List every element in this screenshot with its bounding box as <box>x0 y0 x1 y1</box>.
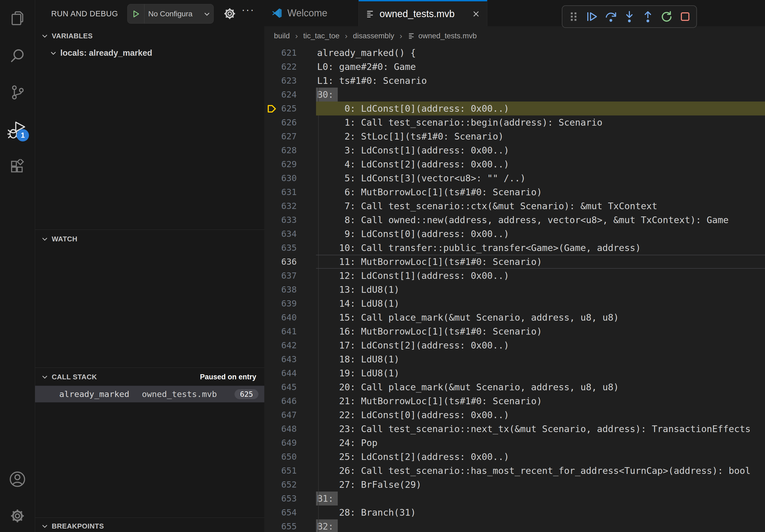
code-line[interactable]: 645 20: Call place_mark(&mut Scenario, a… <box>264 380 765 394</box>
line-number[interactable]: 638 <box>264 283 316 297</box>
code-line[interactable]: 653B1: <box>264 492 765 505</box>
line-number[interactable]: 645 <box>264 380 316 394</box>
line-number[interactable]: 642 <box>264 338 316 352</box>
line-number[interactable]: 635 <box>264 241 316 255</box>
code-line[interactable]: 652 27: BrFalse(29) <box>264 478 765 492</box>
stop-button[interactable] <box>678 10 692 24</box>
code-line[interactable]: 621already_marked() { <box>264 46 765 60</box>
code-line[interactable]: 624B0: <box>264 88 765 102</box>
step-into-button[interactable] <box>622 10 636 24</box>
line-number[interactable]: 651 <box>264 464 316 478</box>
code-line[interactable]: 629 4: LdConst[2](address: 0x00..) <box>264 157 765 171</box>
code-line[interactable]: 642 17: LdConst[2](address: 0x00..) <box>264 338 765 352</box>
code-line[interactable]: 632 7: Call test_scenario::ctx(&mut Scen… <box>264 199 765 213</box>
code-line[interactable]: 639 14: LdU8(1) <box>264 297 765 311</box>
code-line[interactable]: 650 25: LdConst[2](address: 0x00..) <box>264 450 765 464</box>
continue-button[interactable] <box>585 10 599 24</box>
code-line[interactable]: 628 3: LdConst[1](address: 0x00..) <box>264 143 765 157</box>
line-number[interactable]: 622 <box>264 60 316 74</box>
code-line[interactable]: 638 13: LdU8(1) <box>264 283 765 297</box>
launch-config-dropdown[interactable]: No Configura <box>127 4 214 24</box>
code-area[interactable]: 621already_marked() {622L0: game#2#0: Ga… <box>264 46 765 532</box>
code-line[interactable]: 630 5: LdConst[3](vector<u8>: "" /..) <box>264 171 765 185</box>
line-number[interactable]: 640 <box>264 311 316 324</box>
line-number[interactable]: 631 <box>264 185 316 199</box>
code-line[interactable]: 649 24: Pop <box>264 436 765 450</box>
code-line[interactable]: 655B2: <box>264 519 765 532</box>
tab-welcome[interactable]: Welcome <box>264 0 359 26</box>
line-number[interactable]: 634 <box>264 227 316 241</box>
code-line[interactable]: 623L1: ts#1#0: Scenario <box>264 74 765 88</box>
line-number[interactable]: 652 <box>264 478 316 492</box>
account-icon[interactable] <box>0 463 35 495</box>
drag-handle-icon[interactable] <box>567 10 580 24</box>
line-number[interactable]: 648 <box>264 422 316 436</box>
breadcrumb-item[interactable]: build <box>274 32 290 40</box>
code-line[interactable]: 636 11: MutBorrowLoc[1](ts#1#0: Scenario… <box>264 255 765 269</box>
line-number[interactable]: 630 <box>264 171 316 185</box>
line-number[interactable]: 621 <box>264 46 316 60</box>
step-over-button[interactable] <box>604 10 618 24</box>
line-number[interactable]: 653 <box>264 492 316 505</box>
breadcrumb-item[interactable]: tic_tac_toe <box>303 32 339 40</box>
line-number[interactable]: 632 <box>264 199 316 213</box>
line-number[interactable]: 629 <box>264 157 316 171</box>
line-number[interactable]: 626 <box>264 116 316 130</box>
code-line[interactable]: 625 0: LdConst[0](address: 0x00..) <box>264 102 765 116</box>
debug-settings-gear-icon[interactable] <box>223 7 237 22</box>
code-line[interactable]: 640 15: Call place_mark(&mut Scenario, a… <box>264 311 765 324</box>
line-number[interactable]: 627 <box>264 130 316 143</box>
code-line[interactable]: 654 28: Branch(31) <box>264 505 765 519</box>
line-number[interactable]: 633 <box>264 213 316 227</box>
extensions-icon[interactable] <box>0 151 35 183</box>
line-number[interactable]: 654 <box>264 505 316 519</box>
variables-scope-row[interactable]: locals: already_marked <box>35 46 264 61</box>
line-number[interactable]: 624 <box>264 88 316 102</box>
breadcrumb-item[interactable]: owned_tests.mvb <box>408 32 477 40</box>
code-line[interactable]: 626 1: Call test_scenario::begin(address… <box>264 116 765 130</box>
line-number[interactable]: 655 <box>264 519 316 532</box>
explorer-icon[interactable] <box>0 2 35 34</box>
start-debug-icon[interactable] <box>128 4 145 23</box>
line-number[interactable]: 641 <box>264 324 316 338</box>
code-line[interactable]: 651 26: Call test_scenario::has_most_rec… <box>264 464 765 478</box>
line-number[interactable]: 644 <box>264 366 316 380</box>
line-number[interactable]: 636 <box>264 255 316 269</box>
variables-section-header[interactable]: VARIABLES <box>35 28 264 43</box>
breakpoints-section-header[interactable]: BREAKPOINTS <box>35 519 264 532</box>
source-control-icon[interactable] <box>0 76 35 109</box>
line-number[interactable]: 625 <box>264 102 316 116</box>
code-line[interactable]: 648 23: Call test_scenario::next_tx(&mut… <box>264 422 765 436</box>
line-number[interactable]: 647 <box>264 408 316 422</box>
step-out-button[interactable] <box>641 10 655 24</box>
code-line[interactable]: 637 12: LdConst[1](address: 0x00..) <box>264 269 765 283</box>
line-number[interactable]: 643 <box>264 352 316 366</box>
settings-gear-icon[interactable] <box>0 500 35 532</box>
line-number[interactable]: 650 <box>264 450 316 464</box>
line-number[interactable]: 628 <box>264 143 316 157</box>
code-line[interactable]: 643 18: LdU8(1) <box>264 352 765 366</box>
search-icon[interactable] <box>0 40 35 72</box>
code-line[interactable]: 646 21: MutBorrowLoc[1](ts#1#0: Scenario… <box>264 394 765 408</box>
call-stack-frame-row[interactable]: already_marked owned_tests.mvb 625 <box>35 386 264 402</box>
code-line[interactable]: 641 16: MutBorrowLoc[1](ts#1#0: Scenario… <box>264 324 765 338</box>
line-number[interactable]: 649 <box>264 436 316 450</box>
tab-owned-tests[interactable]: owned_tests.mvb <box>359 0 487 26</box>
code-line[interactable]: 644 19: LdU8(1) <box>264 366 765 380</box>
restart-button[interactable] <box>660 10 673 24</box>
line-number[interactable]: 639 <box>264 297 316 311</box>
code-line[interactable]: 633 8: Call owned::new(address, address,… <box>264 213 765 227</box>
close-icon[interactable] <box>472 10 480 18</box>
line-number[interactable]: 646 <box>264 394 316 408</box>
code-line[interactable]: 634 9: LdConst[0](address: 0x00..) <box>264 227 765 241</box>
call-stack-section-header[interactable]: CALL STACK Paused on entry <box>35 370 264 385</box>
code-line[interactable]: 631 6: MutBorrowLoc[1](ts#1#0: Scenario) <box>264 185 765 199</box>
code-line[interactable]: 647 22: LdConst[0](address: 0x00..) <box>264 408 765 422</box>
code-line[interactable]: 635 10: Call transfer::public_transfer<G… <box>264 241 765 255</box>
code-line[interactable]: 622L0: game#2#0: Game <box>264 60 765 74</box>
more-actions-icon[interactable]: ··· <box>242 4 255 16</box>
watch-section-header[interactable]: WATCH <box>35 231 264 246</box>
code-line[interactable]: 627 2: StLoc[1](ts#1#0: Scenario) <box>264 130 765 143</box>
breadcrumb-item[interactable]: disassembly <box>353 32 394 40</box>
run-debug-icon[interactable] <box>0 115 35 146</box>
